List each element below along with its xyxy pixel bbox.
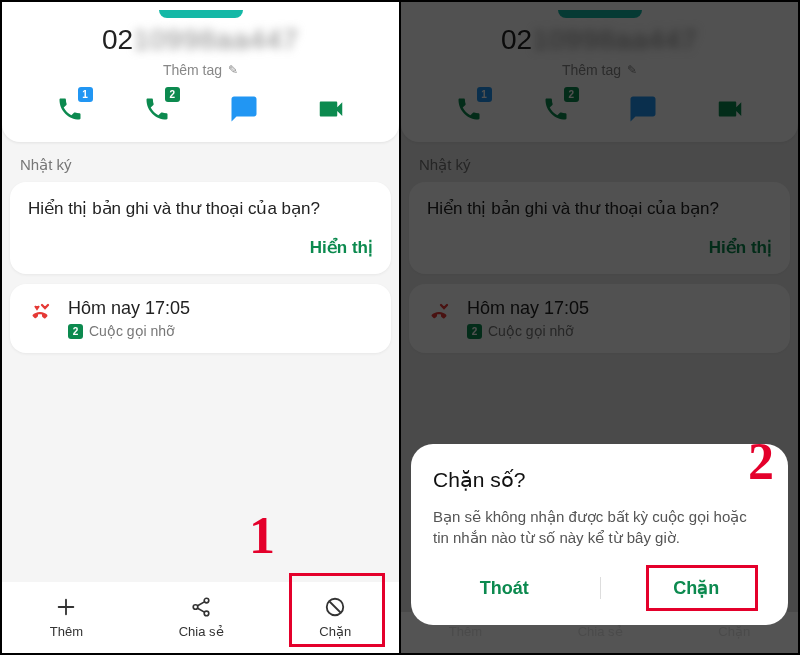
- log-time: Hôm nay 17:05: [68, 298, 190, 319]
- log-subtitle: 2 Cuộc gọi nhỡ: [68, 323, 190, 339]
- dialog-confirm-button[interactable]: Chặn: [651, 569, 741, 607]
- screen-step-1: 0210998aa447 Thêm tag ✎ 1 2 Nhật ký Hiển: [2, 2, 399, 653]
- annotation-number-1: 1: [249, 506, 275, 565]
- bottom-toolbar: Thêm Chia sẻ Chặn: [2, 582, 399, 653]
- log-info: Hôm nay 17:05 2 Cuộc gọi nhỡ: [68, 298, 190, 339]
- dialog-actions: Thoát Chặn: [433, 569, 766, 607]
- call-sim1-button[interactable]: 1: [53, 92, 87, 126]
- contact-header: 0210998aa447 Thêm tag ✎ 1 2: [2, 2, 399, 142]
- tag-label: Thêm tag: [163, 62, 222, 78]
- voicemail-prompt-card: Hiển thị bản ghi và thư thoại của bạn? H…: [10, 182, 391, 274]
- call-log-entry[interactable]: Hôm nay 17:05 2 Cuộc gọi nhỡ: [10, 284, 391, 353]
- video-call-button[interactable]: [314, 92, 348, 126]
- dialog-body: Bạn sẽ không nhận được bất kỳ cuộc gọi h…: [433, 506, 766, 550]
- block-button[interactable]: Chặn: [319, 594, 351, 639]
- svg-point-1: [193, 605, 198, 610]
- prompt-text: Hiển thị bản ghi và thư thoại của bạn?: [28, 198, 373, 219]
- dialog-cancel-button[interactable]: Thoát: [458, 570, 551, 607]
- share-button[interactable]: Chia sẻ: [179, 594, 224, 639]
- add-tag-row[interactable]: Thêm tag ✎: [2, 62, 399, 78]
- sim-badge-1: 1: [78, 87, 93, 102]
- show-button[interactable]: Hiển thị: [28, 237, 373, 258]
- log-description: Cuộc gọi nhỡ: [89, 323, 175, 339]
- divider: [600, 577, 601, 599]
- screen-step-2: 0210998aa447 Thêm tag ✎ 1 2 Nhật ký Hiển: [401, 2, 798, 653]
- dialog-title: Chặn số?: [433, 468, 766, 492]
- call-sim2-button[interactable]: 2: [140, 92, 174, 126]
- avatar: [159, 10, 243, 18]
- quick-actions: 1 2: [2, 78, 399, 130]
- missed-call-icon: [28, 300, 52, 328]
- more-button[interactable]: Thêm: [50, 594, 83, 639]
- phone-number: 0210998aa447: [2, 24, 399, 56]
- message-button[interactable]: [227, 92, 261, 126]
- svg-point-0: [204, 598, 209, 603]
- svg-point-2: [204, 611, 209, 616]
- log-sim-badge: 2: [68, 324, 83, 339]
- share-icon: [188, 594, 214, 620]
- log-section-label: Nhật ký: [2, 142, 399, 182]
- plus-icon: [53, 594, 79, 620]
- block-confirm-dialog: Chặn số? Bạn sẽ không nhận được bất kỳ c…: [411, 444, 788, 626]
- block-icon: [322, 594, 348, 620]
- pencil-icon: ✎: [228, 63, 238, 77]
- sim-badge-2: 2: [165, 87, 180, 102]
